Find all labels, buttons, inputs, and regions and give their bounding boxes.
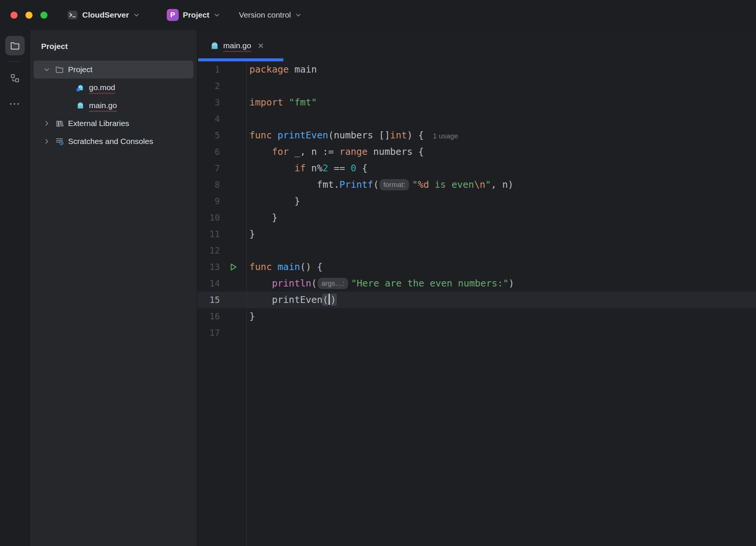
run-gutter-icon[interactable] (220, 259, 246, 275)
structure-toolwindow-button[interactable] (5, 68, 25, 88)
line-number[interactable]: 7 (197, 160, 220, 177)
line-number[interactable]: 10 (197, 209, 220, 226)
line-number[interactable]: 4 (197, 111, 220, 127)
code-token: int (390, 130, 407, 141)
code-line[interactable]: 9 } (197, 193, 756, 209)
gutter: 4 (197, 111, 246, 127)
code-token: " (485, 179, 491, 190)
gutter: 14 (197, 275, 246, 292)
line-number[interactable]: 13 (197, 259, 220, 275)
chevron-down-icon (213, 12, 220, 18)
gutter-space (220, 144, 246, 160)
tree-item-scratches-and-consoles[interactable]: Scratches and Consoles (34, 132, 193, 150)
gutter-space (220, 160, 246, 177)
chevron-down-icon[interactable] (40, 66, 53, 73)
tree-item-label: go.mod (89, 83, 115, 92)
window-zoom-button[interactable] (40, 12, 47, 19)
code-token: "fmt" (289, 97, 317, 108)
tree-item-go-mod[interactable]: go.mod (34, 79, 193, 96)
line-number[interactable]: 2 (197, 78, 220, 94)
code-text: package main (246, 61, 317, 78)
code-token: if (294, 163, 305, 174)
gutter: 2 (197, 78, 246, 94)
tree-item-label: Project (68, 65, 92, 74)
code-line[interactable]: 4 (197, 111, 756, 127)
code-line[interactable]: 12 (197, 242, 756, 259)
tab-main-go[interactable]: main.go ✕ (197, 30, 274, 61)
gutter: 16 (197, 308, 246, 325)
window-minimize-button[interactable] (25, 12, 33, 19)
line-number[interactable]: 12 (197, 242, 220, 259)
ide-window: CloudServer P Project Version control (0, 0, 756, 546)
code-text (246, 325, 249, 341)
chevron-right-icon[interactable] (40, 120, 53, 127)
code-line[interactable]: 1package main (197, 61, 756, 78)
line-number[interactable]: 11 (197, 226, 220, 242)
code-token: == (328, 163, 351, 174)
server-selector[interactable]: CloudServer (67, 9, 140, 21)
code-line[interactable]: 7 if n%2 == 0 { (197, 160, 756, 177)
usage-hint[interactable]: 1 usage (433, 132, 458, 140)
code-token: range (339, 146, 368, 157)
line-number[interactable]: 1 (197, 61, 220, 78)
line-number[interactable]: 5 (197, 127, 220, 144)
project-toolwindow-button[interactable] (5, 36, 25, 55)
tree-item-external-libraries[interactable]: External Libraries (34, 114, 193, 132)
code-token: ) { (407, 130, 424, 141)
code-line[interactable]: 2 (197, 78, 756, 94)
window-close-button[interactable] (10, 12, 18, 19)
tree-item-main-go[interactable]: main.go (34, 96, 193, 114)
gutter-space (220, 226, 246, 242)
code-text (246, 78, 249, 94)
gutter: 1 (197, 61, 246, 78)
code-line[interactable]: 5func printEven(numbers []int) {1 usage (197, 127, 756, 144)
code-token: } (249, 228, 255, 239)
close-icon[interactable]: ✕ (258, 42, 264, 50)
chevron-right-icon[interactable] (40, 138, 53, 145)
more-toolwindows-button[interactable]: ⋯ (5, 94, 25, 113)
code-line[interactable]: 14 println(args…:"Here are the even numb… (197, 275, 756, 292)
divider (8, 61, 22, 62)
code-line[interactable]: 11} (197, 226, 756, 242)
code-token: Printf (339, 179, 373, 190)
project-tree: Projectgo.modmain.goExternal LibrariesSc… (30, 61, 197, 150)
code-line[interactable]: 8 fmt.Printf(format:"%d is even\n", n) (197, 177, 756, 193)
code-token: } (249, 311, 255, 322)
project-selector[interactable]: P Project (167, 9, 220, 21)
code-line[interactable]: 17 (197, 325, 756, 341)
code-line[interactable]: 6 for _, n := range numbers { (197, 144, 756, 160)
inlay-hint: format: (379, 179, 409, 190)
code-text: } (246, 308, 255, 325)
line-number[interactable]: 3 (197, 94, 220, 111)
vcs-widget[interactable]: Version control (239, 10, 302, 19)
code-text: } (246, 226, 255, 242)
code-line[interactable]: 13func main() { (197, 259, 756, 275)
line-number[interactable]: 14 (197, 275, 220, 292)
vcs-label: Version control (239, 10, 291, 19)
gutter: 8 (197, 177, 246, 193)
code-line[interactable]: 16} (197, 308, 756, 325)
code-token: main (277, 261, 300, 272)
code-line[interactable]: 15 printEven() (197, 292, 756, 308)
code-text: } (246, 193, 300, 209)
line-number[interactable]: 15 (197, 292, 220, 308)
code-line[interactable]: 3import "fmt" (197, 94, 756, 111)
code-text: func printEven(numbers []int) {1 usage (246, 127, 458, 144)
line-number[interactable]: 8 (197, 177, 220, 193)
chevron-down-icon (295, 12, 302, 18)
line-number[interactable]: 17 (197, 325, 220, 341)
code-line[interactable]: 10 } (197, 209, 756, 226)
code-text (246, 242, 249, 259)
code-editor[interactable]: 1package main23import "fmt"45func printE… (197, 61, 756, 546)
code-token: 2 (323, 163, 328, 174)
line-number[interactable]: 6 (197, 144, 220, 160)
go-file-icon (210, 41, 219, 50)
tree-item-project[interactable]: Project (34, 61, 193, 79)
line-number[interactable]: 16 (197, 308, 220, 325)
tree-item-label: External Libraries (68, 119, 129, 128)
titlebar: CloudServer P Project Version control (0, 0, 756, 30)
line-number[interactable]: 9 (197, 193, 220, 209)
gutter: 11 (197, 226, 246, 242)
external-libraries-icon (53, 119, 66, 128)
gutter-space (220, 325, 246, 341)
